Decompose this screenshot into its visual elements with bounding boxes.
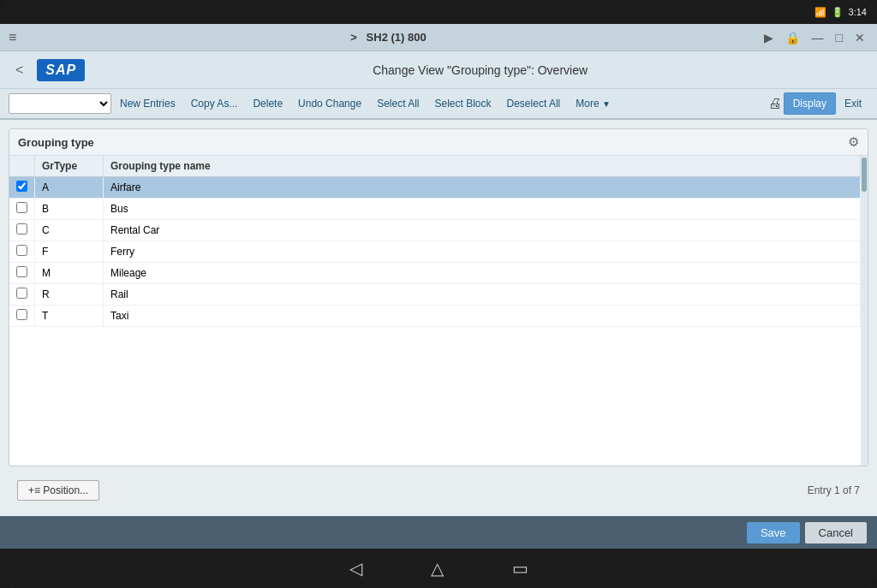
minimize-btn[interactable]: — xyxy=(808,29,827,46)
back-button[interactable]: < xyxy=(10,59,28,81)
battery-icon: 🔋 xyxy=(832,7,844,18)
position-btn-icon: +≡ xyxy=(28,484,40,496)
name-cell: Bus xyxy=(104,199,861,220)
row-checkbox-cell xyxy=(9,199,35,220)
tablet-frame: 📶 🔋 3:14 ≡ > SH2 (1) 800 ▶ 🔒 — □ ✕ xyxy=(0,0,877,588)
select-all-button[interactable]: Select All xyxy=(370,92,426,115)
data-table: GrType Grouping type name A Airfare B Bu… xyxy=(9,156,861,327)
entry-info: Entry 1 of 7 xyxy=(808,484,860,496)
footer-bar: Save Cancel xyxy=(0,516,877,549)
deselect-all-button[interactable]: Deselect All xyxy=(500,92,568,115)
forward-btn[interactable]: ▶ xyxy=(761,29,777,46)
save-button[interactable]: Save xyxy=(747,522,800,543)
status-bar: 📶 🔋 3:14 xyxy=(0,0,877,24)
new-entries-button[interactable]: New Entries xyxy=(113,92,182,115)
row-checkbox-cell xyxy=(9,220,35,241)
android-recents-button[interactable]: ▭ xyxy=(512,558,528,579)
hamburger-icon[interactable]: ≡ xyxy=(9,30,16,45)
row-checkbox[interactable] xyxy=(16,245,27,256)
title-bar-left: ≡ xyxy=(9,30,16,45)
print-icon[interactable]: 🖨 xyxy=(768,96,782,111)
wifi-icon: 📶 xyxy=(814,7,826,18)
android-home-button[interactable]: △ xyxy=(431,558,444,579)
col-header-name: Grouping type name xyxy=(104,156,861,177)
row-checkbox-cell xyxy=(9,263,35,284)
grtype-cell: C xyxy=(35,220,104,241)
grtype-cell: T xyxy=(35,306,104,327)
table-title: Grouping type xyxy=(18,136,94,149)
title-bar: ≡ > SH2 (1) 800 ▶ 🔒 — □ ✕ xyxy=(0,24,877,51)
toolbar-select[interactable] xyxy=(9,93,111,114)
grtype-cell: B xyxy=(35,199,104,220)
system-info: SH2 (1) 800 xyxy=(367,31,427,44)
table-row[interactable]: B Bus xyxy=(9,199,861,220)
sap-logo: SAP xyxy=(37,59,85,81)
page-title: Change View "Grouping type": Overview xyxy=(93,63,867,77)
maximize-btn[interactable]: □ xyxy=(832,29,846,46)
title-bar-right: ▶ 🔒 — □ ✕ xyxy=(761,29,868,46)
table-row[interactable]: M Mileage xyxy=(9,263,861,284)
display-button[interactable]: Display xyxy=(784,92,836,115)
col-header-grtype: GrType xyxy=(35,156,104,177)
table-row[interactable]: C Rental Car xyxy=(9,220,861,241)
more-dropdown-arrow: ▼ xyxy=(602,99,611,109)
col-header-checkbox xyxy=(9,156,35,177)
grtype-cell: M xyxy=(35,263,104,284)
row-checkbox-cell xyxy=(9,306,35,327)
table-row[interactable]: A Airfare xyxy=(9,177,861,199)
copy-as-button[interactable]: Copy As... xyxy=(184,92,245,115)
grtype-cell: A xyxy=(35,177,104,199)
scrollbar[interactable] xyxy=(861,156,868,466)
more-button[interactable]: More ▼ xyxy=(569,92,617,115)
name-cell: Airfare xyxy=(104,177,861,199)
screen-area: ≡ > SH2 (1) 800 ▶ 🔒 — □ ✕ < SAP Change V… xyxy=(0,24,877,549)
row-checkbox-cell xyxy=(9,177,35,199)
status-icons: 📶 🔋 3:14 xyxy=(814,7,867,18)
table-row[interactable]: R Rail xyxy=(9,284,861,306)
name-cell: Rail xyxy=(104,284,861,306)
settings-icon[interactable]: ⚙ xyxy=(848,134,859,150)
undo-change-button[interactable]: Undo Change xyxy=(291,92,368,115)
name-cell: Taxi xyxy=(104,306,861,327)
name-cell: Mileage xyxy=(104,263,861,284)
cancel-button[interactable]: Cancel xyxy=(805,522,867,543)
row-checkbox[interactable] xyxy=(16,181,27,192)
title-bar-center: > SH2 (1) 800 xyxy=(23,31,753,44)
time-display: 3:14 xyxy=(849,7,867,17)
grtype-cell: F xyxy=(35,241,104,263)
table-row[interactable]: T Taxi xyxy=(9,306,861,327)
close-btn[interactable]: ✕ xyxy=(851,29,868,46)
row-checkbox[interactable] xyxy=(16,223,27,235)
scroll-thumb xyxy=(862,157,867,192)
table-row[interactable]: F Ferry xyxy=(9,241,861,263)
row-checkbox[interactable] xyxy=(16,266,27,277)
row-checkbox[interactable] xyxy=(16,309,27,320)
main-content: Grouping type ⚙ GrType Grouping type nam… xyxy=(0,120,877,516)
table-container: Grouping type ⚙ GrType Grouping type nam… xyxy=(9,128,868,466)
nav-arrow: > xyxy=(350,31,357,44)
android-back-button[interactable]: ◁ xyxy=(349,558,362,579)
row-checkbox-cell xyxy=(9,241,35,263)
lock-btn[interactable]: 🔒 xyxy=(782,29,803,46)
name-cell: Ferry xyxy=(104,241,861,263)
grtype-cell: R xyxy=(35,284,104,306)
bottom-toolbar: +≡ Position... Entry 1 of 7 xyxy=(9,473,868,508)
position-button[interactable]: +≡ Position... xyxy=(17,480,99,501)
exit-button[interactable]: Exit xyxy=(838,92,868,115)
row-checkbox[interactable] xyxy=(16,202,27,213)
position-btn-label: Position... xyxy=(43,484,88,496)
select-block-button[interactable]: Select Block xyxy=(428,92,498,115)
row-checkbox[interactable] xyxy=(16,288,27,299)
sap-header: < SAP Change View "Grouping type": Overv… xyxy=(0,51,877,89)
toolbar: New Entries Copy As... Delete Undo Chang… xyxy=(0,89,877,120)
row-checkbox-cell xyxy=(9,284,35,306)
table-header-bar: Grouping type ⚙ xyxy=(9,129,868,156)
delete-button[interactable]: Delete xyxy=(246,92,289,115)
android-nav: ◁ △ ▭ xyxy=(0,549,877,588)
name-cell: Rental Car xyxy=(104,220,861,241)
